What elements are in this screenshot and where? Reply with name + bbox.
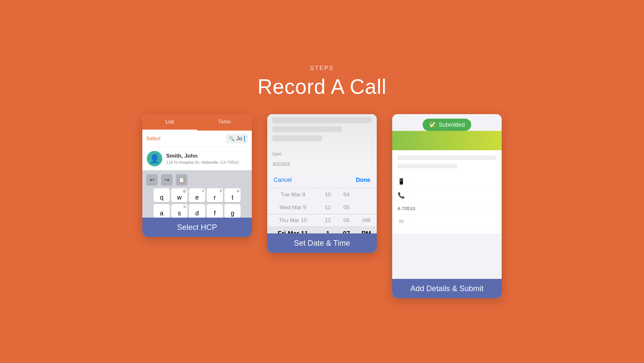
redo-button[interactable]: ↪ — [161, 174, 173, 186]
cards-container: List Table Select 🔍 Jo 👤 Smith, John 118… — [142, 114, 502, 298]
picker-ampm-0 — [356, 188, 377, 201]
contact-name: Smith, John — [166, 153, 239, 159]
card-set-datetime: type 3/2/2022 Cancel Done Tue Mar 8 Wed … — [267, 114, 377, 253]
picker-hour-1: 11 — [318, 201, 337, 214]
undo-button[interactable]: ↩ — [146, 174, 158, 186]
key-q[interactable]: q — [154, 188, 170, 202]
mail-icon: ✉ — [397, 218, 405, 225]
picker-actions: Cancel Done — [267, 172, 377, 188]
search-icon: 🔍 — [229, 136, 234, 141]
mail-row: ✉ - — [397, 215, 497, 229]
contact-address: 118 N Hospital Dr, Abbeville, CA 70510 — [166, 160, 239, 165]
picker-hour-0: 10 — [318, 188, 337, 201]
steps-label: STEPS — [258, 65, 387, 72]
card3-caption: Add Details & Submit — [392, 279, 502, 298]
tab-table[interactable]: Table — [197, 114, 252, 131]
card-select-hcp: List Table Select 🔍 Jo 👤 Smith, John 118… — [142, 114, 252, 237]
address-text: A 70510 — [397, 206, 415, 211]
key-f[interactable]: f — [207, 204, 223, 218]
green-bar — [392, 131, 502, 150]
key-w[interactable]: @w — [171, 188, 187, 202]
phone-row: 📱 - — [397, 175, 497, 189]
avatar: 👤 — [147, 151, 162, 166]
keyboard-toolbar: ↩ ↪ 📋 — [142, 173, 252, 188]
address-row: A 70510 — [397, 202, 497, 215]
key-e[interactable]: #e — [189, 188, 205, 202]
picker-min-2: 06 — [337, 214, 356, 227]
blur-row-1 — [272, 117, 372, 123]
phone-icon: 📱 — [397, 178, 405, 185]
key-g[interactable]: g — [224, 204, 241, 218]
blur-row-2 — [272, 126, 342, 132]
card2-caption: Set Date & Time — [267, 233, 377, 253]
card1-caption: Select HCP — [142, 218, 252, 237]
card2-blur-area — [267, 114, 377, 148]
key-r[interactable]: $r — [207, 188, 223, 202]
card1-tabs: List Table — [142, 114, 252, 131]
paste-button[interactable]: 📋 — [176, 174, 187, 186]
search-input-value: Jo — [236, 135, 242, 142]
select-link[interactable]: Select — [146, 136, 160, 142]
picker-day-1: Wed Mar 9 — [267, 201, 318, 214]
submitted-badge: ✅ Submitted — [422, 119, 471, 131]
key-d[interactable]: d — [189, 204, 205, 218]
picker-day-2: Thu Mar 10 — [267, 214, 318, 227]
picker-ampm-1 — [356, 201, 377, 214]
picker-cancel-button[interactable]: Cancel — [274, 177, 292, 183]
picker-min-1: 05 — [337, 201, 356, 214]
phone-dash: - — [409, 179, 411, 184]
picker-min-0: 04 — [337, 188, 356, 201]
blur-row-3 — [272, 135, 322, 141]
contact-info: Smith, John 118 N Hospital Dr, Abbeville… — [166, 153, 239, 165]
call-row: 📞 - — [397, 189, 497, 202]
avatar-icon: 👤 — [149, 154, 160, 164]
picker-day-0: Tue Mar 8 — [267, 188, 318, 201]
search-box[interactable]: 🔍 Jo — [226, 134, 248, 143]
header: STEPS Record A Call — [258, 65, 387, 99]
submitted-label: Submitted — [439, 122, 465, 128]
page-title: Record A Call — [258, 75, 387, 99]
search-row: Select 🔍 Jo — [142, 131, 252, 147]
picker-hour-2: 12 — [318, 214, 337, 227]
check-icon: ✅ — [429, 121, 436, 128]
key-row-2: a %s d f g — [144, 204, 251, 218]
picker-done-button[interactable]: Done — [356, 177, 370, 183]
detail-row-blur-1 — [397, 155, 497, 160]
type-label: type — [267, 148, 377, 160]
key-row-1: q @w #e $r &t — [144, 188, 251, 202]
call-dash: - — [409, 192, 411, 198]
key-s[interactable]: %s — [171, 204, 187, 218]
key-a[interactable]: a — [154, 204, 170, 218]
phone-call-icon: 📞 — [397, 192, 405, 199]
card3-detail-content: 📱 - 📞 - A 70510 ✉ - — [392, 150, 502, 234]
picker-ampm-2: AM — [356, 214, 377, 227]
key-t[interactable]: &t — [224, 188, 241, 202]
mail-dash: - — [409, 219, 411, 224]
detail-row-blur-2 — [397, 164, 457, 168]
contact-result[interactable]: 👤 Smith, John 118 N Hospital Dr, Abbevil… — [142, 147, 252, 170]
card-add-details: ✅ Submitted 📱 - 📞 - A 70510 ✉ - — [392, 114, 502, 298]
date-value: 3/2/2022 — [267, 160, 377, 169]
tab-list[interactable]: List — [142, 114, 197, 131]
card2-background: type 3/2/2022 — [267, 114, 377, 172]
text-cursor — [244, 136, 245, 142]
